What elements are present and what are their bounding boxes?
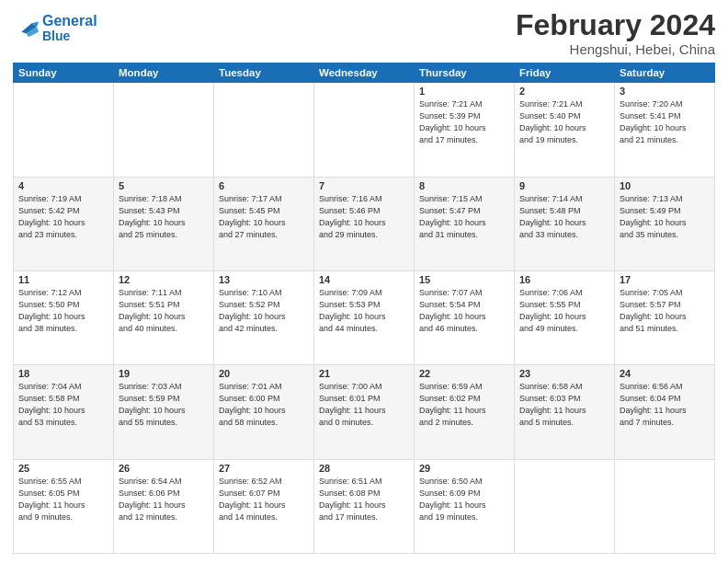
day-number: 25 — [18, 463, 108, 474]
day-info: Sunrise: 7:18 AMSunset: 5:43 PMDaylight:… — [119, 193, 209, 241]
calendar-empty-cell — [14, 83, 114, 177]
calendar-week-row: 18Sunrise: 7:04 AMSunset: 5:58 PMDayligh… — [14, 365, 715, 459]
day-number: 18 — [18, 368, 108, 379]
day-info: Sunrise: 7:04 AMSunset: 5:58 PMDaylight:… — [18, 381, 108, 429]
day-number: 19 — [119, 368, 209, 379]
calendar-day-22: 22Sunrise: 6:59 AMSunset: 6:02 PMDayligh… — [415, 365, 515, 459]
day-number: 20 — [219, 368, 309, 379]
weekday-header-sunday: Sunday — [14, 63, 114, 83]
day-info: Sunrise: 6:58 AMSunset: 6:03 PMDaylight:… — [519, 381, 609, 429]
day-info: Sunrise: 7:19 AMSunset: 5:42 PMDaylight:… — [18, 193, 108, 241]
day-number: 21 — [319, 368, 409, 379]
title-block: February 2024 Hengshui, Hebei, China — [516, 9, 715, 57]
calendar-empty-cell — [314, 83, 415, 177]
logo: General Blue — [13, 13, 97, 43]
calendar-empty-cell — [114, 83, 214, 177]
day-number: 26 — [119, 463, 209, 474]
day-info: Sunrise: 7:17 AMSunset: 5:45 PMDaylight:… — [219, 193, 309, 241]
day-number: 16 — [519, 274, 609, 285]
calendar-table: SundayMondayTuesdayWednesdayThursdayFrid… — [13, 63, 715, 554]
weekday-header-friday: Friday — [515, 63, 615, 83]
day-number: 5 — [119, 180, 209, 191]
day-info: Sunrise: 7:03 AMSunset: 5:59 PMDaylight:… — [119, 381, 209, 429]
calendar-day-29: 29Sunrise: 6:50 AMSunset: 6:09 PMDayligh… — [415, 459, 515, 553]
calendar-empty-cell — [515, 459, 615, 553]
calendar-week-row: 1Sunrise: 7:21 AMSunset: 5:39 PMDaylight… — [14, 83, 715, 177]
calendar-empty-cell — [214, 83, 314, 177]
day-number: 9 — [519, 180, 609, 191]
calendar-day-5: 5Sunrise: 7:18 AMSunset: 5:43 PMDaylight… — [114, 177, 214, 270]
day-info: Sunrise: 7:11 AMSunset: 5:51 PMDaylight:… — [119, 287, 209, 335]
day-info: Sunrise: 7:10 AMSunset: 5:52 PMDaylight:… — [219, 287, 309, 335]
day-info: Sunrise: 7:00 AMSunset: 6:01 PMDaylight:… — [319, 381, 409, 429]
day-number: 2 — [519, 86, 609, 97]
calendar-day-6: 6Sunrise: 7:17 AMSunset: 5:45 PMDaylight… — [214, 177, 314, 270]
calendar-day-20: 20Sunrise: 7:01 AMSunset: 6:00 PMDayligh… — [214, 365, 314, 459]
calendar-day-28: 28Sunrise: 6:51 AMSunset: 6:08 PMDayligh… — [314, 459, 415, 553]
day-number: 1 — [419, 86, 509, 97]
sub-title: Hengshui, Hebei, China — [516, 41, 715, 57]
day-number: 8 — [419, 180, 509, 191]
weekday-header-wednesday: Wednesday — [314, 63, 415, 83]
day-info: Sunrise: 7:21 AMSunset: 5:39 PMDaylight:… — [419, 98, 509, 146]
calendar-day-16: 16Sunrise: 7:06 AMSunset: 5:55 PMDayligh… — [515, 270, 615, 364]
day-number: 24 — [620, 368, 710, 379]
day-info: Sunrise: 6:54 AMSunset: 6:06 PMDaylight:… — [119, 476, 209, 523]
day-number: 14 — [319, 274, 409, 285]
calendar-day-9: 9Sunrise: 7:14 AMSunset: 5:48 PMDaylight… — [515, 177, 615, 270]
day-info: Sunrise: 6:56 AMSunset: 6:04 PMDaylight:… — [620, 381, 710, 429]
calendar-day-14: 14Sunrise: 7:09 AMSunset: 5:53 PMDayligh… — [314, 270, 415, 364]
day-info: Sunrise: 7:13 AMSunset: 5:49 PMDaylight:… — [620, 193, 710, 241]
calendar-day-25: 25Sunrise: 6:55 AMSunset: 6:05 PMDayligh… — [14, 459, 114, 553]
day-number: 17 — [620, 274, 710, 285]
day-number: 4 — [18, 180, 108, 191]
calendar-day-23: 23Sunrise: 6:58 AMSunset: 6:03 PMDayligh… — [515, 365, 615, 459]
day-info: Sunrise: 7:16 AMSunset: 5:46 PMDaylight:… — [319, 193, 409, 241]
day-info: Sunrise: 7:21 AMSunset: 5:40 PMDaylight:… — [519, 98, 609, 146]
calendar-day-11: 11Sunrise: 7:12 AMSunset: 5:50 PMDayligh… — [14, 270, 114, 364]
logo-bird-icon — [13, 15, 39, 40]
day-info: Sunrise: 7:09 AMSunset: 5:53 PMDaylight:… — [319, 287, 409, 335]
day-info: Sunrise: 6:55 AMSunset: 6:05 PMDaylight:… — [18, 476, 108, 523]
day-number: 15 — [419, 274, 509, 285]
weekday-header-thursday: Thursday — [415, 63, 515, 83]
calendar-day-2: 2Sunrise: 7:21 AMSunset: 5:40 PMDaylight… — [515, 83, 615, 177]
logo-text: General Blue — [42, 13, 97, 43]
calendar-day-26: 26Sunrise: 6:54 AMSunset: 6:06 PMDayligh… — [114, 459, 214, 553]
calendar-day-12: 12Sunrise: 7:11 AMSunset: 5:51 PMDayligh… — [114, 270, 214, 364]
day-number: 3 — [620, 86, 710, 97]
calendar-day-15: 15Sunrise: 7:07 AMSunset: 5:54 PMDayligh… — [415, 270, 515, 364]
calendar-week-row: 11Sunrise: 7:12 AMSunset: 5:50 PMDayligh… — [14, 270, 715, 364]
day-info: Sunrise: 7:15 AMSunset: 5:47 PMDaylight:… — [419, 193, 509, 241]
day-number: 12 — [119, 274, 209, 285]
day-number: 28 — [319, 463, 409, 474]
calendar-week-row: 4Sunrise: 7:19 AMSunset: 5:42 PMDaylight… — [14, 177, 715, 270]
weekday-header-monday: Monday — [114, 63, 214, 83]
day-info: Sunrise: 7:05 AMSunset: 5:57 PMDaylight:… — [620, 287, 710, 335]
day-info: Sunrise: 7:14 AMSunset: 5:48 PMDaylight:… — [519, 193, 609, 241]
header: General Blue February 2024 Hengshui, Heb… — [13, 9, 715, 57]
day-info: Sunrise: 7:01 AMSunset: 6:00 PMDaylight:… — [219, 381, 309, 429]
day-info: Sunrise: 7:12 AMSunset: 5:50 PMDaylight:… — [18, 287, 108, 335]
day-info: Sunrise: 6:50 AMSunset: 6:09 PMDaylight:… — [419, 476, 509, 523]
calendar-day-17: 17Sunrise: 7:05 AMSunset: 5:57 PMDayligh… — [615, 270, 715, 364]
day-number: 27 — [219, 463, 309, 474]
day-info: Sunrise: 7:07 AMSunset: 5:54 PMDaylight:… — [419, 287, 509, 335]
day-number: 13 — [219, 274, 309, 285]
weekday-header-saturday: Saturday — [615, 63, 715, 83]
day-info: Sunrise: 6:51 AMSunset: 6:08 PMDaylight:… — [319, 476, 409, 523]
calendar-day-1: 1Sunrise: 7:21 AMSunset: 5:39 PMDaylight… — [415, 83, 515, 177]
day-info: Sunrise: 7:06 AMSunset: 5:55 PMDaylight:… — [519, 287, 609, 335]
day-info: Sunrise: 7:20 AMSunset: 5:41 PMDaylight:… — [620, 98, 710, 146]
day-number: 29 — [419, 463, 509, 474]
calendar-week-row: 25Sunrise: 6:55 AMSunset: 6:05 PMDayligh… — [14, 459, 715, 553]
day-number: 23 — [519, 368, 609, 379]
calendar-day-4: 4Sunrise: 7:19 AMSunset: 5:42 PMDaylight… — [14, 177, 114, 270]
calendar-day-7: 7Sunrise: 7:16 AMSunset: 5:46 PMDaylight… — [314, 177, 415, 270]
day-number: 11 — [18, 274, 108, 285]
calendar-day-19: 19Sunrise: 7:03 AMSunset: 5:59 PMDayligh… — [114, 365, 214, 459]
day-info: Sunrise: 6:52 AMSunset: 6:07 PMDaylight:… — [219, 476, 309, 523]
day-number: 10 — [620, 180, 710, 191]
calendar-day-10: 10Sunrise: 7:13 AMSunset: 5:49 PMDayligh… — [615, 177, 715, 270]
calendar-day-8: 8Sunrise: 7:15 AMSunset: 5:47 PMDaylight… — [415, 177, 515, 270]
